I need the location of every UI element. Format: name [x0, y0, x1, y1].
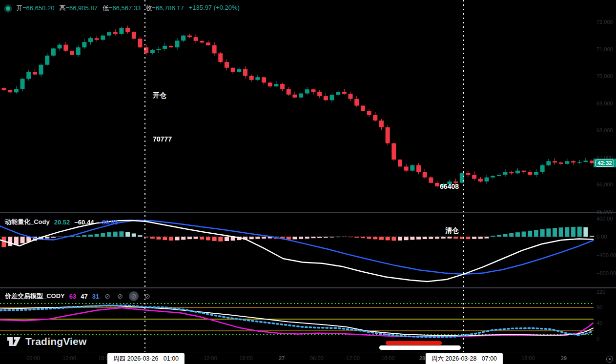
time-axis-label: 18:00 [521, 355, 535, 361]
time-axis-label: 18:00 [381, 355, 395, 361]
price-axis-tick: 69,000 [596, 101, 613, 106]
indicator-axis-tick: 40 [596, 320, 602, 326]
time-axis-label: 12:00 [204, 355, 217, 361]
time-axis-label: 12:00 [62, 355, 76, 361]
price-axis-tick: 65,000 [596, 209, 613, 215]
price-axis-tick: 70,000 [596, 73, 613, 79]
entry-annotation: 开仓 70777 [153, 59, 172, 176]
time-axis-label: 06:00 [26, 355, 40, 361]
indicator-axis-tick: 0.00 [596, 234, 607, 240]
ohlc-item: 高=66,905.87 [59, 4, 97, 13]
indicator-value: 31 [92, 293, 99, 300]
momentum-indicator-title[interactable]: 动能量化_Cody [5, 218, 50, 226]
spread-pane-header: 价差交易模型_CODY 634731 ⊘⊘⊘⊘ [5, 291, 151, 301]
no-signal-icon[interactable]: ⊘ [144, 292, 151, 300]
indicator-value: 20.52 [54, 219, 70, 226]
spread-indicator-title[interactable]: 价差交易模型_CODY [5, 292, 65, 301]
indicator-axis-tick: 120 [596, 289, 605, 295]
marker-time-tooltip: 周六 2026-03-28 07:00 [426, 353, 503, 364]
tradingview-chart-window: 开=66,650.20高=66,905.87低=66,567.33收=66,78… [0, 0, 616, 364]
price-change: +135.97 (+0.20%) [189, 4, 240, 13]
no-signal-icon[interactable]: ⊘ [129, 291, 139, 301]
no-signal-icon[interactable]: ⊘ [116, 292, 124, 300]
exit-annotation-label: 清仓 [410, 223, 459, 238]
time-axis-label: 29 [561, 355, 567, 361]
ohlc-item: 低=66,567.33 [103, 4, 141, 13]
entry-annotation-price: 70777 [153, 132, 172, 146]
indicator-value: 47 [81, 293, 87, 300]
indicator-axis-tick: −800.00 [596, 270, 616, 276]
chart-canvas[interactable] [0, 0, 616, 364]
bar-countdown: 42:32 [595, 160, 614, 167]
price-axis-tick: 68,000 [596, 127, 613, 133]
indicator-axis-tick: 0 [596, 336, 599, 342]
entry-annotation-label: 开仓 [153, 88, 172, 102]
marker-time-tooltip: 周四 2026-03-26 01:00 [107, 353, 185, 364]
tradingview-logo[interactable]: TradingView [7, 336, 87, 347]
tradingview-logo-text: TradingView [25, 336, 87, 347]
ohlc-values: 开=66,650.20高=66,905.87低=66,567.33收=66,78… [16, 4, 240, 13]
indicator-value: 63 [69, 293, 76, 300]
indicator-value: −60.44 [74, 219, 94, 226]
ohlc-legend: 开=66,650.20高=66,905.87低=66,567.33收=66,78… [4, 3, 240, 13]
time-axis-label: 12:00 [346, 355, 360, 361]
time-axis-label: 06:00 [310, 355, 324, 361]
ohlc-item: 开=66,650.20 [16, 4, 54, 13]
indicator-axis-tick: −400.00 [596, 252, 616, 258]
exit-annotation-price: 66408 [410, 179, 459, 194]
no-signal-icon[interactable]: ⊘ [103, 292, 111, 300]
price-axis[interactable]: 72,00071,00070,00069,00068,00067,00066,0… [594, 0, 616, 352]
time-axis-label: 18:00 [239, 355, 253, 361]
tradingview-logo-icon [7, 336, 21, 347]
momentum-pane-header: 动能量化_Cody 20.52−60.44−80.95 [5, 218, 118, 226]
indicator-axis-tick: 400.00 [596, 216, 613, 222]
indicator-value: −80.95 [98, 219, 118, 226]
price-axis-tick: 66,000 [596, 182, 613, 187]
indicator-axis-tick: 80 [596, 304, 602, 310]
time-axis-label: 27 [279, 355, 285, 361]
exit-annotation: 66408 清仓 [410, 150, 459, 267]
timezone-clock-icon[interactable] [606, 356, 613, 363]
ohlc-item: 收=66,786.17 [145, 4, 184, 13]
time-axis-label: 28 [419, 355, 425, 361]
time-axis[interactable]: 06:0012:0018:0012:0018:002706:0012:0018:… [0, 352, 616, 364]
series-marker-icon[interactable] [4, 4, 12, 13]
momentum-indicator-values: 20.52−60.44−80.95 [54, 219, 118, 226]
price-axis-tick: 72,000 [596, 19, 613, 25]
last-price-countdown-tag: 42:32 [594, 159, 616, 167]
price-axis-tick: 71,000 [596, 46, 613, 52]
spread-indicator-icons: ⊘⊘⊘⊘ [103, 291, 151, 301]
spread-indicator-values: 634731 [69, 293, 99, 300]
